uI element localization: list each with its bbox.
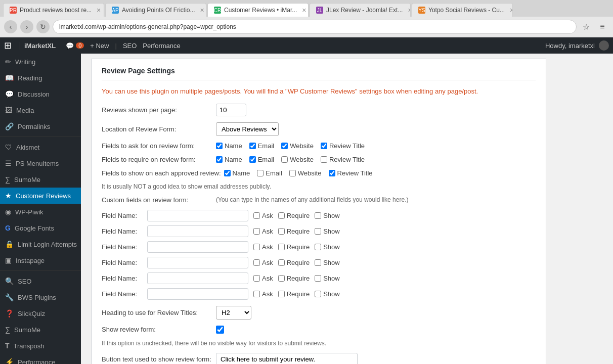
sidebar-item-google-fonts[interactable]: G Google Fonts bbox=[0, 220, 81, 236]
site-name[interactable]: iMarketXL bbox=[20, 42, 60, 50]
field-ask-checkbox-5[interactable] bbox=[253, 291, 260, 297]
sidebar-item-customer-reviews[interactable]: ★ Customer Reviews bbox=[0, 188, 81, 204]
show-email-checkbox[interactable] bbox=[257, 170, 264, 176]
new-link[interactable]: + New bbox=[90, 42, 109, 50]
field-show-0[interactable]: Show bbox=[315, 212, 340, 219]
field-require-checkbox-0[interactable] bbox=[278, 212, 285, 219]
field-ask-4[interactable]: Ask bbox=[253, 275, 273, 282]
ask-email-item[interactable]: Email bbox=[249, 142, 275, 150]
field-ask-3[interactable]: Ask bbox=[253, 259, 273, 266]
sidebar-item-limit-login[interactable]: 🔒 Limit Login Attempts bbox=[0, 236, 81, 252]
field-name-input-3[interactable] bbox=[147, 257, 248, 268]
field-name-input-4[interactable] bbox=[147, 272, 248, 284]
show-website-checkbox[interactable] bbox=[289, 170, 296, 176]
field-require-4[interactable]: Require bbox=[278, 275, 310, 282]
sidebar-item-ps-menuitems[interactable]: ☰ PS MenuItems bbox=[0, 155, 81, 171]
field-name-input-1[interactable] bbox=[147, 225, 248, 237]
require-email-item[interactable]: Email bbox=[249, 156, 275, 163]
location-select[interactable]: Above Reviews Below Reviews Hidden bbox=[216, 122, 279, 136]
show-review-title-item[interactable]: Review Title bbox=[329, 169, 373, 177]
show-review-title-checkbox[interactable] bbox=[329, 170, 335, 176]
field-require-checkbox-4[interactable] bbox=[278, 275, 285, 282]
ask-name-checkbox[interactable] bbox=[216, 143, 223, 149]
field-name-input-0[interactable] bbox=[147, 210, 248, 221]
seo-link[interactable]: SEO bbox=[123, 42, 137, 50]
tab-1[interactable]: PR Product reviews boost re... × bbox=[3, 3, 104, 17]
field-ask-0[interactable]: Ask bbox=[253, 212, 273, 219]
field-require-checkbox-5[interactable] bbox=[278, 291, 285, 297]
tab-5[interactable]: YS Yotpo Social Reviews - Cu... × bbox=[412, 3, 513, 17]
bookmark-button[interactable]: ☆ bbox=[580, 20, 593, 33]
field-ask-checkbox-2[interactable] bbox=[253, 244, 260, 250]
require-name-item[interactable]: Name bbox=[216, 156, 242, 163]
require-website-item[interactable]: Website bbox=[281, 156, 314, 163]
ask-email-checkbox[interactable] bbox=[249, 143, 256, 149]
require-review-title-item[interactable]: Review Title bbox=[321, 156, 365, 163]
sidebar-item-media[interactable]: 🖼 Media bbox=[0, 102, 81, 118]
ask-name-item[interactable]: Name bbox=[216, 142, 242, 150]
tab-2-close[interactable]: × bbox=[200, 7, 204, 14]
field-show-5[interactable]: Show bbox=[315, 290, 340, 298]
show-name-checkbox[interactable] bbox=[224, 170, 231, 176]
field-require-5[interactable]: Require bbox=[278, 290, 310, 298]
tab-3[interactable]: CR Customer Reviews • iMar... × bbox=[207, 3, 309, 17]
field-ask-checkbox-1[interactable] bbox=[253, 228, 260, 235]
sidebar-item-slickquiz[interactable]: ❓ SlickQuiz bbox=[0, 305, 81, 322]
field-require-0[interactable]: Require bbox=[278, 212, 310, 219]
field-ask-1[interactable]: Ask bbox=[253, 228, 273, 235]
field-require-1[interactable]: Require bbox=[278, 228, 310, 235]
field-ask-checkbox-0[interactable] bbox=[253, 212, 260, 219]
tab-4[interactable]: JL JLex Review - Joomla! Ext... × bbox=[310, 3, 411, 17]
field-show-checkbox-0[interactable] bbox=[315, 212, 321, 219]
sidebar-item-performance[interactable]: ⚡ Performance bbox=[0, 354, 81, 364]
performance-link[interactable]: Performance bbox=[143, 42, 180, 50]
show-website-item[interactable]: Website bbox=[289, 169, 322, 177]
ask-website-item[interactable]: Website bbox=[281, 142, 314, 150]
back-button[interactable]: ‹ bbox=[4, 20, 17, 33]
address-bar[interactable]: imarketxl.com/wp-admin/options-general.p… bbox=[53, 20, 577, 34]
show-email-item[interactable]: Email bbox=[257, 169, 282, 177]
ask-website-checkbox[interactable] bbox=[281, 143, 288, 149]
field-require-checkbox-2[interactable] bbox=[278, 244, 285, 250]
tab-2[interactable]: AP Avoiding Points Of Frictio... × bbox=[105, 3, 206, 17]
sidebar-item-writing[interactable]: ✏ Writing bbox=[0, 54, 81, 70]
menu-button[interactable]: ≡ bbox=[596, 20, 609, 33]
ask-review-title-item[interactable]: Review Title bbox=[321, 142, 365, 150]
field-require-checkbox-1[interactable] bbox=[278, 228, 285, 235]
field-ask-checkbox-3[interactable] bbox=[253, 259, 260, 266]
sidebar-item-bws[interactable]: 🔧 BWS Plugins bbox=[0, 289, 81, 305]
tab-5-close[interactable]: × bbox=[510, 7, 513, 14]
button-text-input[interactable] bbox=[216, 353, 358, 365]
reviews-per-page-input[interactable] bbox=[216, 104, 246, 116]
field-show-checkbox-2[interactable] bbox=[315, 244, 321, 250]
tab-4-close[interactable]: × bbox=[408, 7, 411, 14]
sidebar-item-wp-piwik[interactable]: ◉ WP-Piwik bbox=[0, 204, 81, 220]
field-show-checkbox-1[interactable] bbox=[315, 228, 321, 235]
field-show-1[interactable]: Show bbox=[315, 228, 340, 235]
sidebar-item-transposh[interactable]: T Transposh bbox=[0, 338, 81, 354]
field-show-3[interactable]: Show bbox=[315, 259, 340, 266]
require-name-checkbox[interactable] bbox=[216, 156, 223, 163]
tab-3-close[interactable]: × bbox=[302, 7, 306, 14]
show-name-item[interactable]: Name bbox=[224, 169, 250, 177]
reload-button[interactable]: ↻ bbox=[36, 20, 50, 33]
require-website-checkbox[interactable] bbox=[281, 156, 288, 163]
field-ask-5[interactable]: Ask bbox=[253, 290, 273, 298]
sidebar-item-sumome1[interactable]: ∑ SumoMe bbox=[0, 171, 81, 188]
field-show-checkbox-5[interactable] bbox=[315, 291, 321, 297]
field-require-checkbox-3[interactable] bbox=[278, 259, 285, 266]
field-show-checkbox-4[interactable] bbox=[315, 275, 321, 282]
field-ask-2[interactable]: Ask bbox=[253, 243, 273, 251]
sidebar-item-akismet[interactable]: 🛡 Akismet bbox=[0, 139, 81, 155]
field-name-input-2[interactable] bbox=[147, 241, 248, 253]
field-require-2[interactable]: Require bbox=[278, 243, 310, 251]
sidebar-item-discussion[interactable]: 💬 Discussion bbox=[0, 86, 81, 102]
ask-review-title-checkbox[interactable] bbox=[321, 143, 327, 149]
sidebar-item-reading[interactable]: 📖 Reading bbox=[0, 70, 81, 86]
show-form-checkbox[interactable] bbox=[216, 326, 224, 334]
comments-link[interactable]: 💬 0 bbox=[66, 42, 84, 50]
heading-select[interactable]: H1 H2 H3 H4 H5 H6 bbox=[216, 306, 251, 320]
sidebar-item-permalinks[interactable]: 🔗 Permalinks bbox=[0, 118, 81, 134]
sidebar-item-instapage[interactable]: ▣ Instapage bbox=[0, 252, 81, 268]
require-email-checkbox[interactable] bbox=[249, 156, 256, 163]
